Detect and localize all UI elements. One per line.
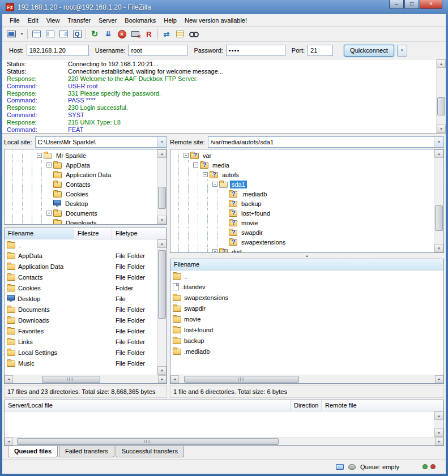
- site-manager-dropdown-button[interactable]: ▾: [18, 28, 25, 40]
- tab-failed-transfers[interactable]: Failed transfers: [59, 446, 114, 457]
- maximize-button[interactable]: □: [404, 0, 419, 9]
- splitter-collapse-icon[interactable]: ▴: [306, 254, 308, 258]
- password-input[interactable]: [226, 45, 285, 56]
- site-manager-button[interactable]: [5, 28, 18, 40]
- queue-scrollbar[interactable]: ▲ ▼: [434, 411, 443, 437]
- scroll-up-button[interactable]: ▲: [434, 411, 443, 420]
- username-input[interactable]: [128, 45, 187, 56]
- tree-item-var[interactable]: −var: [170, 151, 434, 160]
- tree-expander-minus-icon[interactable]: −: [203, 172, 208, 177]
- file-row-desktop[interactable]: DesktopFile: [5, 293, 157, 304]
- scroll-down-button[interactable]: ▼: [157, 216, 167, 224]
- cancel-button[interactable]: ×: [115, 28, 129, 40]
- file-row-contacts[interactable]: ContactsFile Folder: [5, 272, 157, 282]
- local-tree-scrollbar[interactable]: ▲ ▼: [157, 149, 167, 224]
- file-row-documents[interactable]: DocumentsFile Folder: [5, 304, 157, 315]
- scroll-track[interactable]: [157, 248, 167, 366]
- tree-item-backup[interactable]: backup: [170, 199, 434, 208]
- tree-item-mr-sparkle[interactable]: −Mr Sparkle: [5, 151, 157, 160]
- tree-expander-minus-icon[interactable]: −: [184, 153, 189, 158]
- tree-item-cookies[interactable]: Cookies: [5, 189, 157, 199]
- file-row-up[interactable]: ..: [5, 239, 157, 250]
- host-input[interactable]: [27, 45, 89, 56]
- scroll-track[interactable]: [179, 375, 435, 383]
- scroll-track[interactable]: [157, 158, 167, 216]
- scroll-up-button[interactable]: ▲: [157, 239, 167, 248]
- file-row-links[interactable]: LinksFile Folder: [5, 336, 157, 347]
- menu-item-bookmarks[interactable]: Bookmarks: [121, 15, 160, 25]
- scroll-down-button[interactable]: ▼: [434, 428, 443, 437]
- tab-successful-transfers[interactable]: Successful transfers: [116, 446, 184, 457]
- minimize-button[interactable]: –: [389, 0, 404, 9]
- tree-expander-plus-icon[interactable]: +: [46, 162, 52, 168]
- scroll-track[interactable]: [434, 420, 443, 428]
- synchronized-browsing-button[interactable]: [173, 28, 187, 40]
- tree-expander-minus-icon[interactable]: −: [193, 162, 198, 168]
- tree-expander-plus-icon[interactable]: +: [212, 249, 217, 252]
- remote-splitter[interactable]: ▴: [170, 253, 444, 259]
- scroll-up-button[interactable]: ▲: [434, 149, 443, 158]
- file-row-lost-found[interactable]: lost+found: [170, 324, 443, 335]
- quickconnect-button[interactable]: Quickconnect: [344, 45, 394, 57]
- tree-expander-minus-icon[interactable]: −: [37, 153, 42, 158]
- remote-site-dropdown-icon[interactable]: ▼: [434, 137, 443, 147]
- tree-item-media[interactable]: −media: [170, 160, 434, 170]
- menu-item-view[interactable]: View: [42, 15, 64, 25]
- scroll-left-button[interactable]: ◄: [5, 438, 13, 445]
- scroll-down-button[interactable]: ▼: [157, 366, 167, 375]
- local-site-dropdown-icon[interactable]: ▼: [157, 137, 167, 147]
- tree-item-downloads[interactable]: Downloads: [5, 218, 157, 224]
- tree-item-movie[interactable]: movie: [170, 218, 434, 228]
- scroll-right-button[interactable]: ►: [435, 375, 443, 383]
- scroll-left-button[interactable]: ◄: [5, 375, 13, 383]
- menu-item-server[interactable]: Server: [95, 15, 121, 25]
- disconnect-button[interactable]: [129, 28, 142, 40]
- column-header-server-local-file[interactable]: Server/Local file: [5, 400, 291, 411]
- scroll-up-button[interactable]: ▲: [437, 59, 446, 68]
- scroll-thumb[interactable]: [42, 376, 100, 383]
- remote-site-combo[interactable]: /var/media/autofs/sda1 ▼: [208, 136, 444, 148]
- log-scrollbar[interactable]: ▲ ▼: [436, 59, 446, 133]
- tree-item-swapextensions[interactable]: swapextensions: [170, 237, 434, 247]
- local-list-scrollbar[interactable]: ▲ ▼: [157, 239, 167, 375]
- file-row-cookies[interactable]: CookiesFolder: [5, 282, 157, 293]
- remote-tree-scrollbar[interactable]: ▲ ▼: [434, 149, 443, 252]
- scroll-left-button[interactable]: ◄: [170, 375, 179, 383]
- file-row-mediadb[interactable]: .mediadb: [170, 346, 443, 357]
- scroll-right-button[interactable]: ►: [158, 375, 167, 383]
- scroll-thumb[interactable]: [158, 250, 166, 319]
- tree-item-contacts[interactable]: Contacts: [5, 179, 157, 189]
- file-row-application-data[interactable]: Application DataFile Folder: [5, 261, 157, 272]
- file-row-music[interactable]: MusicFile Folder: [5, 358, 157, 368]
- scroll-right-button[interactable]: ►: [435, 438, 443, 445]
- column-header-remote-file[interactable]: Remote file: [322, 400, 443, 411]
- scroll-thumb[interactable]: [17, 438, 279, 445]
- directory-comparison-button[interactable]: ⇄: [160, 28, 173, 40]
- scroll-up-button[interactable]: ▲: [157, 149, 167, 158]
- menu-item-edit[interactable]: Edit: [24, 15, 42, 25]
- column-header-filename[interactable]: Filename: [5, 228, 74, 239]
- scroll-track[interactable]: [434, 158, 443, 244]
- scroll-thumb[interactable]: [435, 205, 443, 231]
- close-button[interactable]: ×: [420, 0, 442, 9]
- quickconnect-dropdown-button[interactable]: ▼: [397, 45, 407, 57]
- scroll-track[interactable]: [437, 68, 446, 125]
- file-row-favorites[interactable]: FavoritesFile Folder: [5, 325, 157, 336]
- file-row-swapextensions[interactable]: swapextensions: [170, 292, 443, 303]
- file-row-titandev[interactable]: .titandev: [170, 281, 443, 292]
- tree-item-desktop[interactable]: Desktop: [5, 199, 157, 208]
- scroll-thumb[interactable]: [437, 97, 445, 115]
- remote-horizontal-scrollbar[interactable]: ◄ ►: [170, 375, 443, 383]
- find-files-button[interactable]: [187, 28, 200, 40]
- reconnect-button[interactable]: R: [142, 28, 156, 40]
- scroll-down-button[interactable]: ▼: [437, 125, 446, 133]
- menu-item-new-version-available[interactable]: New version available!: [181, 15, 251, 25]
- tree-item-autofs[interactable]: −autofs: [170, 170, 434, 179]
- refresh-button[interactable]: ↻: [88, 28, 101, 40]
- tree-item-lost-found[interactable]: lost+found: [170, 208, 434, 218]
- scroll-track[interactable]: [13, 438, 435, 445]
- column-header-filetype[interactable]: Filetype: [112, 228, 167, 239]
- file-row-movie[interactable]: movie: [170, 314, 443, 324]
- column-header-filename[interactable]: Filename: [170, 259, 443, 270]
- tab-queued-files[interactable]: Queued files: [8, 446, 58, 457]
